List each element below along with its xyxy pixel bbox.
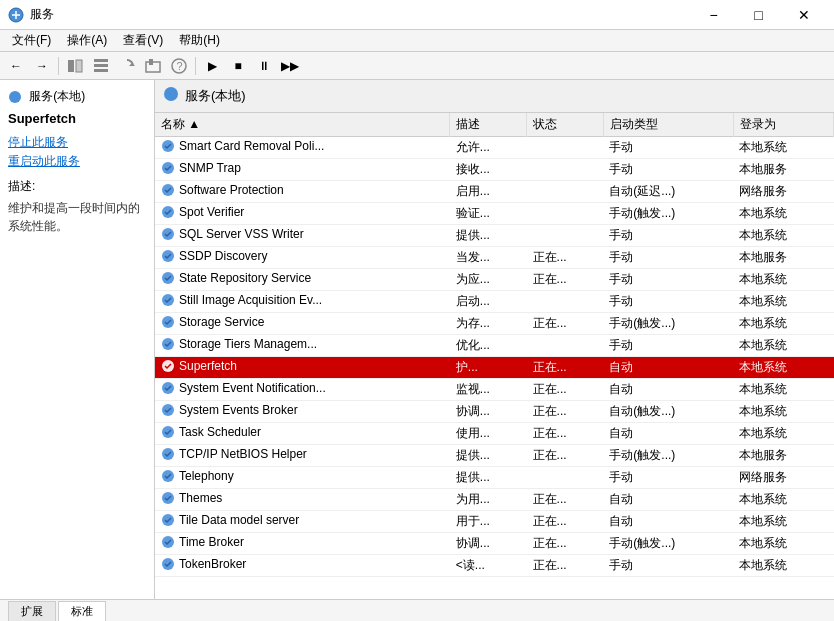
- table-row[interactable]: Superfetch护...正在...自动本地系统: [155, 357, 834, 379]
- service-startup-cell: 手动(触发...): [603, 203, 733, 225]
- service-name-cell: TCP/IP NetBIOS Helper: [155, 445, 450, 467]
- sidebar-service-name: Superfetch: [8, 111, 146, 126]
- table-row[interactable]: Still Image Acquisition Ev...启动...手动本地系统: [155, 291, 834, 313]
- service-login-cell: 本地服务: [733, 247, 833, 269]
- service-name-cell: Telephony: [155, 467, 450, 489]
- table-row[interactable]: Task Scheduler使用...正在...自动本地系统: [155, 423, 834, 445]
- show-hide-button[interactable]: [63, 55, 87, 77]
- service-desc-cell: 协调...: [450, 401, 527, 423]
- service-status-cell: 正在...: [527, 379, 604, 401]
- service-icon: Smart Card Removal Poli...: [161, 139, 324, 153]
- table-row[interactable]: SSDP Discovery当发...正在...手动本地服务: [155, 247, 834, 269]
- maximize-button[interactable]: □: [736, 0, 781, 30]
- service-startup-cell: 手动: [603, 159, 733, 181]
- toolbar-separator-2: [195, 57, 196, 75]
- table-row[interactable]: State Repository Service为应...正在...手动本地系统: [155, 269, 834, 291]
- table-row[interactable]: System Events Broker协调...正在...自动(触发...)本…: [155, 401, 834, 423]
- services-table[interactable]: 名称 ▲ 描述 状态 启动类型 登录为 Smart Card Removal P…: [155, 113, 834, 599]
- forward-button[interactable]: →: [30, 55, 54, 77]
- sidebar-restart-link[interactable]: 重启动此服务: [8, 153, 146, 170]
- status-bar: 扩展 标准: [0, 599, 834, 621]
- table-row[interactable]: SNMP Trap接收...手动本地服务: [155, 159, 834, 181]
- back-button[interactable]: ←: [4, 55, 28, 77]
- menu-bar: 文件(F) 操作(A) 查看(V) 帮助(H): [0, 30, 834, 52]
- col-status[interactable]: 状态: [527, 113, 604, 137]
- service-login-cell: 本地系统: [733, 489, 833, 511]
- close-button[interactable]: ✕: [781, 0, 826, 30]
- stop-button[interactable]: ■: [226, 55, 250, 77]
- menu-view[interactable]: 查看(V): [115, 30, 171, 51]
- service-login-cell: 本地系统: [733, 269, 833, 291]
- sidebar-desc-title: 描述:: [8, 178, 146, 195]
- service-name-cell: TokenBroker: [155, 555, 450, 577]
- service-login-cell: 本地系统: [733, 401, 833, 423]
- table-row[interactable]: Time Broker协调...正在...手动(触发...)本地系统: [155, 533, 834, 555]
- service-startup-cell: 手动(触发...): [603, 313, 733, 335]
- restart-button[interactable]: ▶▶: [278, 55, 302, 77]
- refresh-button[interactable]: [115, 55, 139, 77]
- table-row[interactable]: Smart Card Removal Poli...允许...手动本地系统: [155, 137, 834, 159]
- table-row[interactable]: Tile Data model server用于...正在...自动本地系统: [155, 511, 834, 533]
- service-login-cell: 本地系统: [733, 291, 833, 313]
- service-desc-cell: 用于...: [450, 511, 527, 533]
- content-header: 服务(本地): [155, 80, 834, 113]
- menu-help[interactable]: 帮助(H): [171, 30, 228, 51]
- help-button[interactable]: ?: [167, 55, 191, 77]
- service-icon: Storage Service: [161, 315, 264, 329]
- service-icon: State Repository Service: [161, 271, 311, 285]
- svg-rect-2: [76, 60, 82, 72]
- service-icon: Time Broker: [161, 535, 244, 549]
- table-row[interactable]: Themes为用...正在...自动本地系统: [155, 489, 834, 511]
- menu-action[interactable]: 操作(A): [59, 30, 115, 51]
- service-login-cell: 本地系统: [733, 137, 833, 159]
- service-name-cell: Time Broker: [155, 533, 450, 555]
- service-name-cell: Smart Card Removal Poli...: [155, 137, 450, 159]
- service-desc-cell: 允许...: [450, 137, 527, 159]
- services-list: 名称 ▲ 描述 状态 启动类型 登录为 Smart Card Removal P…: [155, 113, 834, 577]
- col-name[interactable]: 名称 ▲: [155, 113, 450, 137]
- service-status-cell: 正在...: [527, 401, 604, 423]
- service-name-cell: Still Image Acquisition Ev...: [155, 291, 450, 313]
- table-row[interactable]: Storage Service为存...正在...手动(触发...)本地系统: [155, 313, 834, 335]
- service-startup-cell: 手动: [603, 247, 733, 269]
- minimize-button[interactable]: −: [691, 0, 736, 30]
- status-tab-standard[interactable]: 标准: [58, 601, 106, 621]
- table-row[interactable]: Telephony提供...手动网络服务: [155, 467, 834, 489]
- sidebar: 服务(本地) Superfetch 停止此服务 重启动此服务 描述: 维护和提高…: [0, 80, 155, 599]
- menu-file[interactable]: 文件(F): [4, 30, 59, 51]
- table-row[interactable]: TokenBroker<读...正在...手动本地系统: [155, 555, 834, 577]
- table-row[interactable]: Storage Tiers Managem...优化...手动本地系统: [155, 335, 834, 357]
- table-row[interactable]: TCP/IP NetBIOS Helper提供...正在...手动(触发...)…: [155, 445, 834, 467]
- table-row[interactable]: Software Protection启用...自动(延迟...)网络服务: [155, 181, 834, 203]
- export-button[interactable]: [141, 55, 165, 77]
- play-button[interactable]: ▶: [200, 55, 224, 77]
- service-desc-cell: 当发...: [450, 247, 527, 269]
- service-desc-cell: 为存...: [450, 313, 527, 335]
- col-login[interactable]: 登录为: [733, 113, 833, 137]
- svg-rect-4: [94, 64, 108, 67]
- pause-button[interactable]: ⏸: [252, 55, 276, 77]
- table-row[interactable]: System Event Notification...监视...正在...自动…: [155, 379, 834, 401]
- service-login-cell: 本地系统: [733, 203, 833, 225]
- tree-button[interactable]: [89, 55, 113, 77]
- col-startup[interactable]: 启动类型: [603, 113, 733, 137]
- service-icon: Still Image Acquisition Ev...: [161, 293, 322, 307]
- sidebar-nav-title: 服务(本地): [8, 88, 146, 105]
- service-icon: Software Protection: [161, 183, 284, 197]
- content-header-icon: [163, 86, 179, 106]
- service-status-cell: 正在...: [527, 247, 604, 269]
- table-row[interactable]: SQL Server VSS Writer提供...手动本地系统: [155, 225, 834, 247]
- service-icon: Task Scheduler: [161, 425, 261, 439]
- sidebar-stop-link[interactable]: 停止此服务: [8, 134, 146, 151]
- service-status-cell: [527, 181, 604, 203]
- service-name-cell: Task Scheduler: [155, 423, 450, 445]
- status-tab-extended[interactable]: 扩展: [8, 601, 56, 621]
- table-row[interactable]: Spot Verifier验证...手动(触发...)本地系统: [155, 203, 834, 225]
- service-name-cell: SQL Server VSS Writer: [155, 225, 450, 247]
- service-desc-cell: 验证...: [450, 203, 527, 225]
- service-status-cell: [527, 291, 604, 313]
- service-startup-cell: 手动(触发...): [603, 533, 733, 555]
- service-login-cell: 本地系统: [733, 423, 833, 445]
- col-desc[interactable]: 描述: [450, 113, 527, 137]
- svg-point-12: [164, 87, 178, 101]
